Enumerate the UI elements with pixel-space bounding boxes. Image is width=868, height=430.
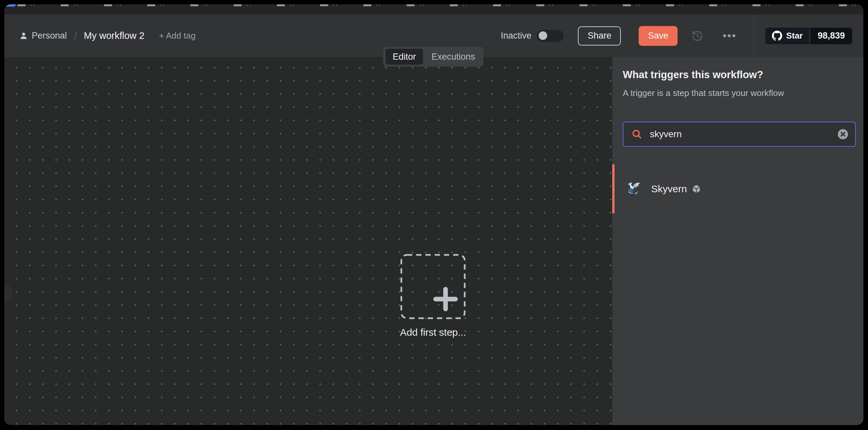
more-options-button[interactable]: [723, 34, 735, 37]
clear-search-button[interactable]: [837, 129, 848, 140]
github-star-label: Star: [786, 31, 803, 41]
node-result-skyvern[interactable]: Skyvern: [612, 164, 863, 213]
github-star-widget[interactable]: Star 98,839: [765, 28, 852, 44]
trigger-panel: What triggers this workflow? A trigger i…: [612, 57, 863, 425]
save-button[interactable]: Save: [639, 26, 678, 46]
tab-executions[interactable]: Executions: [423, 49, 484, 65]
clear-icon: [837, 129, 848, 140]
add-first-step-label: Add first step...: [350, 327, 516, 338]
workflow-canvas[interactable]: Add first step...: [4, 57, 612, 425]
view-tab-switcher: Editor Executions: [383, 47, 484, 67]
search-input[interactable]: [649, 129, 837, 140]
breadcrumb: Personal / My workflow 2 + Add tag: [19, 29, 195, 42]
screenshot-stage: Personal / My workflow 2 + Add tag Inact…: [0, 0, 868, 430]
history-button[interactable]: [691, 30, 704, 42]
panel-subtitle: A trigger is a step that starts your wor…: [623, 88, 784, 98]
active-tab-sliver: [5, 4, 16, 7]
add-first-step-box[interactable]: [400, 254, 466, 319]
app-window: Personal / My workflow 2 + Add tag Inact…: [4, 4, 863, 425]
tab-editor[interactable]: Editor: [385, 49, 423, 65]
workflow-title[interactable]: My workflow 2: [84, 30, 145, 41]
breadcrumb-project[interactable]: Personal: [19, 31, 67, 41]
user-icon: [19, 31, 28, 40]
search-icon: [631, 129, 643, 140]
header-actions: Inactive Share Save: [501, 14, 863, 57]
browser-tabstrip-remnant: [4, 4, 863, 14]
add-tag-button[interactable]: + Add tag: [159, 31, 196, 41]
github-icon: [772, 31, 782, 41]
sidebar-expand-handle[interactable]: [4, 285, 11, 300]
result-accent-bar: [612, 164, 615, 213]
github-star-count: 98,839: [810, 28, 852, 44]
panel-title: What triggers this workflow?: [623, 69, 763, 81]
breadcrumb-project-label: Personal: [32, 31, 67, 41]
github-section: Star 98,839: [754, 28, 863, 44]
history-icon: [691, 30, 703, 42]
activation-label: Inactive: [501, 31, 531, 41]
share-button[interactable]: Share: [578, 26, 621, 45]
breadcrumb-separator: /: [74, 29, 77, 42]
favicon-marks: [18, 4, 857, 6]
node-name: Skyvern: [651, 183, 687, 195]
skyvern-logo-icon: [625, 181, 641, 197]
node-search-box: [623, 122, 856, 147]
toggle-knob: [538, 31, 547, 40]
community-node-icon: [692, 184, 701, 194]
main-area: Add first step... What triggers this wor…: [4, 57, 863, 425]
activation-toggle[interactable]: [537, 30, 563, 42]
